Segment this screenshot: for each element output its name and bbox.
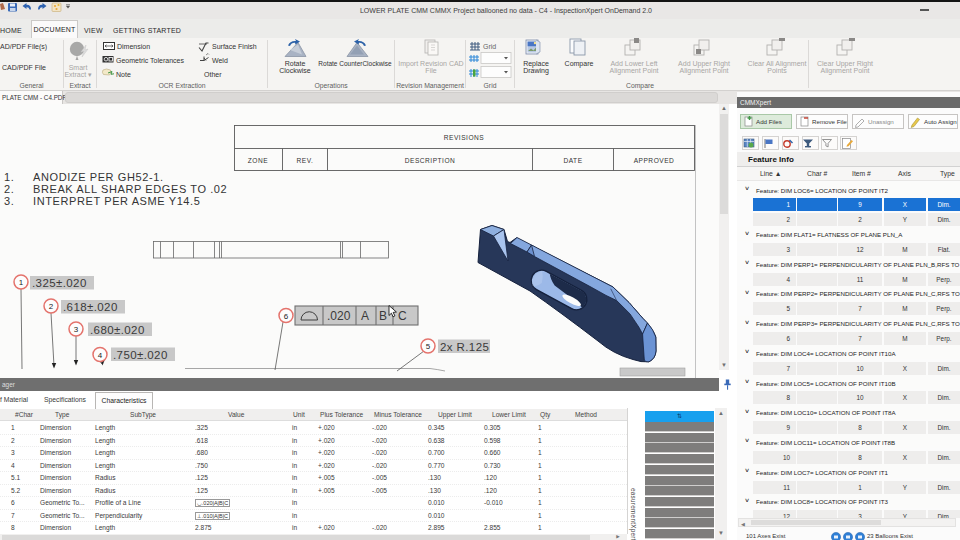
svg-text:APPROVED: APPROVED — [634, 157, 675, 164]
svg-text:DESCRIPTION: DESCRIPTION — [405, 157, 456, 164]
svg-text:2: 2 — [49, 302, 54, 311]
svg-text:3.: 3. — [4, 195, 14, 207]
svg-text:1: 1 — [19, 278, 24, 287]
svg-text:.750±.020: .750±.020 — [113, 349, 168, 361]
svg-text:5: 5 — [426, 342, 431, 351]
svg-text:.020: .020 — [327, 309, 351, 323]
svg-text:DATE: DATE — [563, 157, 582, 164]
svg-text:.325±.020: .325±.020 — [32, 277, 87, 289]
svg-text:2x R.125: 2x R.125 — [440, 341, 489, 353]
svg-text:REVISIONS: REVISIONS — [444, 134, 485, 141]
svg-text:2.: 2. — [4, 183, 14, 195]
svg-text:C: C — [398, 309, 407, 323]
svg-text:ANODIZE PER GH52-1.: ANODIZE PER GH52-1. — [33, 171, 164, 183]
svg-text:ZONE: ZONE — [248, 157, 268, 164]
svg-text:1.: 1. — [4, 171, 14, 183]
svg-text:INTERPRET PER ASME Y14.5: INTERPRET PER ASME Y14.5 — [33, 195, 200, 207]
svg-text:4: 4 — [98, 351, 103, 360]
svg-text:REV.: REV. — [297, 157, 314, 164]
svg-text:6: 6 — [284, 312, 289, 321]
svg-text:.618±.020: .618±.020 — [63, 301, 118, 313]
svg-text:A: A — [361, 309, 369, 323]
svg-text:3: 3 — [74, 325, 79, 334]
svg-text:BREAK ALL SHARP EDGES TO .02: BREAK ALL SHARP EDGES TO .02 — [33, 183, 227, 195]
svg-text:B: B — [379, 309, 387, 323]
svg-text:.680±.020: .680±.020 — [90, 324, 145, 336]
